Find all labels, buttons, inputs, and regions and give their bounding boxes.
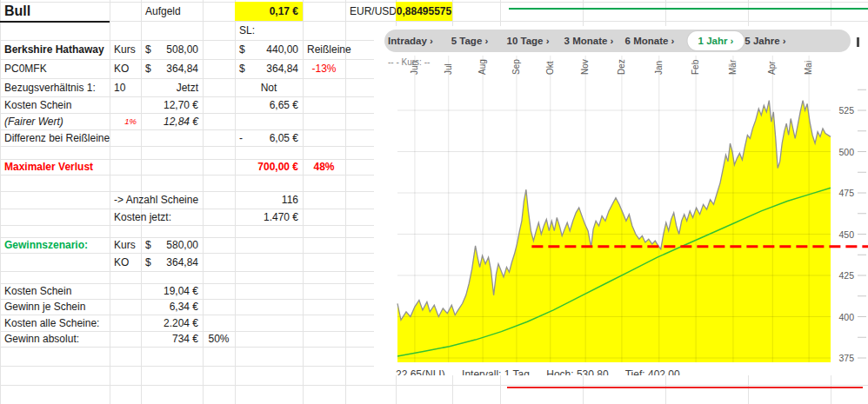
svg-text:Feb: Feb — [691, 59, 700, 75]
cell-label-differenz[interactable]: Differenz bei Reißleine — [0, 129, 110, 146]
month-labels: JunJulAugSepOktNovDezJanFebMärAprMai — [410, 59, 813, 75]
svg-text:Apr: Apr — [767, 61, 777, 75]
cell-fairer-wert-pct[interactable]: 1% — [110, 113, 141, 129]
timeframe-5tage[interactable]: 5 Tage › — [451, 30, 489, 52]
svg-text:400: 400 — [838, 312, 854, 322]
cell-differenz-value[interactable]: -6,05 € — [235, 129, 303, 146]
timeframe-intraday[interactable]: Intraday › — [388, 30, 433, 52]
cell-label-kosten-jetzt[interactable]: Kosten jetzt: — [110, 209, 141, 225]
cell-reissleine-pct[interactable]: -13% — [303, 59, 345, 78]
cell-header-not[interactable]: Not — [235, 78, 303, 96]
cell-label-maximaler-verlust[interactable]: Maximaler Verlust — [0, 159, 110, 175]
cell-sl-value[interactable]: $440,00 — [235, 40, 303, 59]
footer-low: Tief: 402,00 — [625, 368, 680, 375]
cell-fairer-wert-value[interactable]: 12,84 € — [141, 113, 203, 129]
svg-text:Dez: Dez — [617, 59, 626, 75]
cell-gewinn-ko-value[interactable]: $364,84 — [141, 253, 203, 271]
svg-text:375: 375 — [838, 353, 854, 363]
svg-text:Okt: Okt — [545, 61, 555, 75]
price-plot: 525500475450425400375JunJulAugSepOktNovD… — [374, 26, 868, 375]
cell-label-ko[interactable]: KO — [110, 59, 141, 78]
chart-legend-kurs: -- - Kurs: -- — [388, 57, 430, 67]
svg-text:Sep: Sep — [511, 59, 521, 75]
cell-maximaler-verlust-pct[interactable]: 48% — [303, 159, 345, 175]
cell-label-fairer-wert[interactable]: (Fairer Wert) — [0, 113, 110, 129]
cell-label-gewinnszenario[interactable]: Gewinnszenario: — [0, 237, 110, 253]
cell-gewinn-absolut-value[interactable]: 734 € — [141, 331, 203, 347]
bull-cell-underline — [0, 21, 110, 23]
svg-text:500: 500 — [838, 147, 854, 157]
svg-text:Aug: Aug — [477, 59, 487, 75]
timeframe-1jahr[interactable]: 1 Jahr › — [688, 31, 744, 50]
cell-value-aufgeld[interactable]: 0,17 € — [235, 2, 303, 21]
cell-value-eurusd[interactable]: 0,88495575 — [396, 2, 452, 21]
cell-anzahl-scheine-value[interactable]: 116 — [235, 191, 303, 209]
svg-text:475: 475 — [838, 188, 854, 198]
timeframe-6monate[interactable]: 6 Monate › — [625, 30, 675, 52]
cell-label-kosten-alle[interactable]: Kosten alle Scheine: — [0, 315, 110, 331]
cell-kosten-alle-value[interactable]: 2.204 € — [141, 315, 203, 331]
footer-info: 22,65(NLI) — [396, 368, 445, 375]
footer-interval: Intervall: 1 Tag — [462, 368, 530, 375]
embedded-stock-chart: 525500475450425400375JunJulAugSepOktNovD… — [374, 26, 868, 375]
green-top-line — [509, 8, 868, 10]
cell-label-gewinn-je-schein[interactable]: Gewinn je Schein — [0, 299, 110, 315]
cell-gewinn-je-schein-value[interactable]: 6,34 € — [141, 299, 203, 315]
timeframe-10tage[interactable]: 10 Tage › — [507, 30, 550, 52]
cell-label-bezugsverhaeltnis[interactable]: Bezugsverhältnis 1: — [0, 78, 110, 96]
chart-footer-stats: 22,65(NLI) Intervall: 1 Tag Hoch: 530,80… — [396, 368, 694, 375]
svg-text:Mai: Mai — [804, 61, 813, 75]
cell-bezugsverhaeltnis-value[interactable]: 10 — [110, 78, 141, 96]
cell-gewinn-absolut-pct[interactable]: 50% — [203, 331, 235, 347]
cell-ko-sl-value[interactable]: $364,84 — [235, 59, 303, 78]
cell-label-reissleine[interactable]: Reißleine — [303, 40, 345, 59]
cell-label-gewinn-absolut[interactable]: Gewinn absolut: — [0, 331, 110, 347]
cell-label-kurs[interactable]: Kurs — [110, 40, 141, 59]
red-bottom-line — [507, 387, 863, 388]
cell-ko-value[interactable]: $364,84 — [141, 59, 203, 78]
svg-text:Mär: Mär — [728, 59, 738, 75]
cell-kosten-schein-not[interactable]: 6,65 € — [235, 96, 303, 113]
cell-gewinn-label-ko[interactable]: KO — [110, 253, 141, 271]
excel-workbook: { "sheet": { "col_bounds": [0,126,162,23… — [0, 0, 868, 404]
cell-wkn[interactable]: PC0MFK — [0, 59, 110, 78]
cell-name-berkshire[interactable]: Berkshire Hathaway — [0, 40, 110, 59]
cell-kosten-schein-2-value[interactable]: 19,04 € — [141, 283, 203, 299]
timeframe-5jahre[interactable]: 5 Jahre › — [744, 30, 785, 52]
footer-high: Hoch: 530,80 — [546, 368, 608, 375]
cell-title-bull[interactable]: Bull — [0, 2, 110, 21]
cell-kosten-schein-jetzt[interactable]: 12,70 € — [141, 96, 203, 113]
y-axis-ticks — [858, 89, 866, 358]
price-area — [397, 101, 831, 362]
cell-label-anzahl-scheine[interactable]: -> Anzahl Scheine — [110, 191, 141, 209]
svg-text:Jul: Jul — [444, 63, 453, 75]
svg-text:525: 525 — [838, 105, 854, 116]
timeframe-3monate[interactable]: 3 Monate › — [564, 30, 614, 52]
cell-label-kosten-schein-2[interactable]: Kosten Schein — [0, 283, 110, 299]
cell-label-eurusd[interactable]: EUR/USD — [345, 2, 396, 21]
svg-text:425: 425 — [838, 270, 854, 281]
svg-text:450: 450 — [838, 229, 854, 240]
cell-gewinn-label-kurs[interactable]: Kurs — [110, 237, 141, 253]
svg-text:Nov: Nov — [580, 59, 590, 75]
cell-kurs-value[interactable]: $508,00 — [141, 40, 203, 59]
y-axis-labels: 525500475450425400375 — [838, 105, 854, 363]
cell-label-sl[interactable]: SL: — [235, 21, 303, 40]
cell-label-kosten-schein[interactable]: Kosten Schein — [0, 96, 110, 113]
cell-header-jetzt[interactable]: Jetzt — [141, 78, 203, 96]
cell-label-aufgeld[interactable]: Aufgeld — [141, 2, 203, 21]
svg-text:Jan: Jan — [654, 61, 664, 75]
clipped-next-timeframe-fragment — [857, 37, 859, 47]
cell-gewinn-kurs-value[interactable]: $580,00 — [141, 237, 203, 253]
cell-kosten-jetzt-value[interactable]: 1.470 € — [235, 209, 303, 225]
cell-maximaler-verlust-value[interactable]: 700,00 € — [235, 159, 303, 175]
timeframe-selector-bar: Intraday ›5 Tage ›10 Tage ›3 Monate ›6 M… — [384, 30, 851, 52]
